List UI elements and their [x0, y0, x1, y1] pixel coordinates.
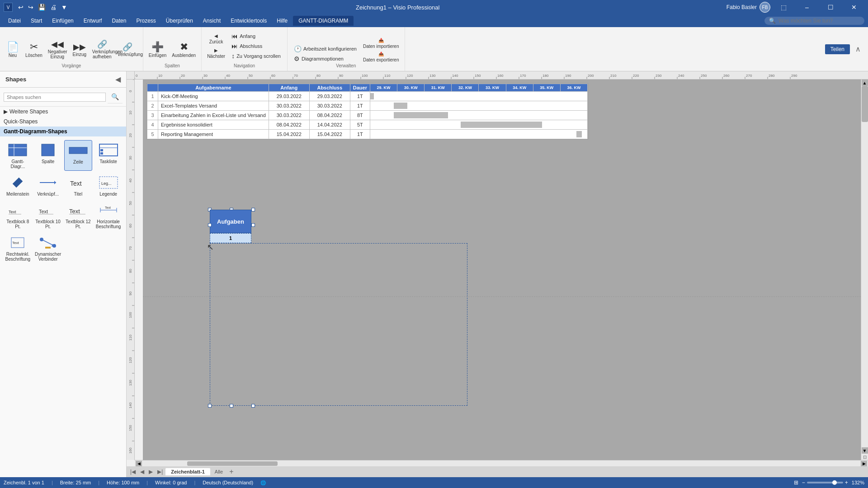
- fit-page-icon[interactable]: ⊞: [794, 479, 798, 486]
- shapes-search-input[interactable]: [4, 93, 106, 102]
- gantt-row-2: 2 Excel-Templates Versand 30.03.2022 30.…: [147, 101, 588, 111]
- shape-text8[interactable]: Text Textblock 8 Pt.: [4, 200, 32, 231]
- resize-corner[interactable]: ⊡: [862, 454, 868, 460]
- add-sheet-button[interactable]: +: [227, 468, 235, 476]
- share-ribbon-icon[interactable]: ⬚: [773, 0, 794, 14]
- scroll-up-button[interactable]: ▲: [862, 80, 868, 86]
- ribbon-daten-exportieren-button[interactable]: 📤 Daten exportieren: [361, 51, 401, 63]
- selection-handle-bc[interactable]: [230, 404, 233, 408]
- undo-button[interactable]: ↩: [16, 3, 25, 12]
- ribbon-ausblenden-label: Ausblenden: [172, 53, 196, 58]
- scroll-down-button[interactable]: ▼: [862, 447, 868, 454]
- ribbon-abschluss-button[interactable]: ⏭ Abschluss: [229, 42, 283, 51]
- shape-text10[interactable]: Text Textblock 10 Pt.: [34, 200, 62, 231]
- ribbon-ausblenden-button[interactable]: ✖ Ausblenden: [170, 36, 198, 63]
- menu-daten[interactable]: Daten: [107, 16, 131, 26]
- minimize-button[interactable]: –: [797, 0, 817, 14]
- customize-button[interactable]: ▼: [59, 3, 69, 12]
- gantt-cell-start-1: 29.03.2022: [269, 92, 309, 101]
- print-button[interactable]: 🖨: [48, 3, 58, 12]
- selection-handle-br[interactable]: [251, 404, 255, 408]
- gantt-th-week2: 30. KW: [397, 84, 425, 92]
- search-bar[interactable]: 🔍: [764, 17, 864, 25]
- selection-handle-bl[interactable]: [208, 404, 212, 408]
- share-button[interactable]: Teilen: [825, 44, 850, 54]
- shape-verknuepfung[interactable]: Verknüpf...: [34, 173, 62, 198]
- ribbon-arbeitszeit-button[interactable]: 🕐 Arbeitszeit konfigurieren: [291, 44, 359, 53]
- menu-start[interactable]: Start: [26, 16, 47, 26]
- close-ribbon-button[interactable]: ∧: [852, 43, 864, 55]
- menu-prozess[interactable]: Prozess: [132, 16, 160, 26]
- ribbon-zu-vorgang-button[interactable]: ↕ Zu Vorgang scrollen: [229, 52, 283, 61]
- drawing-canvas[interactable]: Aufgabenname Anfang Abschluss Dauer 29. …: [143, 80, 861, 460]
- tab-nav-last[interactable]: ▶|: [156, 468, 165, 476]
- search-input[interactable]: [778, 18, 860, 24]
- shape-gantt-diagramm[interactable]: Gantt-Diagr...: [4, 140, 32, 171]
- svg-text:30: 30: [203, 74, 208, 78]
- menu-hilfe[interactable]: Hilfe: [272, 16, 292, 26]
- sidebar-section-weitere[interactable]: ▶ Weitere Shapes: [0, 107, 126, 117]
- ribbon-diagrammoptionen-button[interactable]: ⚙ Diagrammoptionen: [291, 54, 359, 63]
- close-button[interactable]: ✕: [844, 0, 864, 14]
- scroll-right-button[interactable]: ▶: [861, 461, 867, 466]
- shape-text12[interactable]: Text Textblock 12 Pt.: [64, 200, 93, 231]
- redo-button[interactable]: ↪: [26, 3, 35, 12]
- sheet-tab-1[interactable]: Zeichenblatt-1: [165, 468, 210, 475]
- ribbon-neu-button[interactable]: 📄 Neu: [4, 36, 22, 63]
- shape-rbeschriftung[interactable]: Text Rechtwinkl. Beschriftung: [4, 233, 32, 263]
- svg-text:30: 30: [128, 156, 132, 160]
- tab-nav-prev[interactable]: ◀: [138, 468, 146, 476]
- shape-zeile[interactable]: Zeile: [64, 140, 93, 171]
- shape-meilenstein[interactable]: Meilenstein: [4, 173, 32, 198]
- selection-handle-tr[interactable]: [251, 208, 255, 211]
- ribbon-loeschen-button[interactable]: ✂ Löschen: [24, 36, 44, 63]
- scroll-thumb-h[interactable]: [187, 461, 278, 466]
- save-button[interactable]: 💾: [36, 3, 47, 12]
- shape-titel[interactable]: Text Titel: [64, 173, 93, 198]
- menu-entwicklertools[interactable]: Entwicklertools: [226, 16, 271, 26]
- ribbon-einfuegen-button[interactable]: ➕ Einfügen: [147, 36, 168, 63]
- shapes-panel-close[interactable]: ◀: [115, 75, 121, 84]
- menu-ueberpruefen[interactable]: Überprüfen: [161, 16, 198, 26]
- shape-dynverbinder[interactable]: Dynamischer Verbinder: [34, 233, 62, 263]
- menu-gantt-tab[interactable]: GANTT-DIAGRAMM: [293, 16, 354, 26]
- sidebar-section-gantt[interactable]: Gantt-Diagramm-Shapes: [0, 127, 126, 136]
- gantt-th-week7: 35. KW: [533, 84, 560, 92]
- menu-entwurf[interactable]: Entwurf: [79, 16, 107, 26]
- scroll-thumb-v[interactable]: [862, 86, 868, 122]
- ribbon-verknuepfungen-aufheben-button[interactable]: 🔗 Verknüpfungen aufheben: [90, 36, 114, 63]
- zoom-slider[interactable]: [807, 482, 843, 483]
- all-sheets-button[interactable]: Alle: [211, 468, 226, 475]
- shape-spalte[interactable]: Spalte: [34, 140, 62, 171]
- menu-einfuegen[interactable]: Einfügen: [47, 16, 78, 26]
- zoom-in-button[interactable]: +: [845, 479, 848, 486]
- shape-taskliste[interactable]: Taskliste: [94, 140, 123, 171]
- ribbon-anfang-button[interactable]: ⏮ Anfang: [229, 32, 283, 41]
- ribbon-daten-importieren-button[interactable]: 📥 Daten importieren: [361, 37, 401, 50]
- ribbon-verknuepfung-button[interactable]: 🔗 Verknüpfung: [116, 36, 139, 63]
- ribbon-naechster-button[interactable]: ▶ Nächster: [205, 47, 227, 60]
- ribbon-zurueck-button[interactable]: ◀ Zurück: [205, 33, 227, 45]
- ribbon-einzug-button[interactable]: ▶▶ Einzug: [71, 36, 89, 63]
- ribbon-loeschen-label: Löschen: [25, 53, 42, 58]
- ribbon-negativer-einzug-button[interactable]: ◀◀ Negativer Einzug: [46, 36, 69, 63]
- tab-nav-first[interactable]: |◀: [128, 468, 137, 476]
- shape-legende[interactable]: Leg... Legende: [94, 173, 123, 198]
- selection-handle-rm[interactable]: [251, 223, 255, 227]
- shape-hbeschriftung[interactable]: Text Horizontale Beschriftung: [94, 200, 123, 231]
- menu-datei[interactable]: Datei: [4, 16, 25, 26]
- naechster-label: Nächster: [207, 54, 225, 59]
- menu-ansicht[interactable]: Ansicht: [198, 16, 225, 26]
- tab-nav-next[interactable]: ▶: [147, 468, 155, 476]
- scroll-left-button[interactable]: ◀: [136, 461, 142, 466]
- scrollbar-vertical[interactable]: ▲ ▼ ⊡: [861, 80, 868, 460]
- maximize-button[interactable]: ☐: [820, 0, 841, 14]
- zoom-out-button[interactable]: −: [802, 479, 805, 486]
- titel-svg: Text: [68, 176, 88, 189]
- selection-handle-lm[interactable]: [208, 223, 212, 227]
- shapes-search-icon[interactable]: 🔍: [108, 90, 123, 103]
- sidebar-section-quick[interactable]: Quick-Shapes: [0, 117, 126, 127]
- aufgaben-box[interactable]: Aufgaben: [210, 210, 251, 233]
- svg-rect-31: [45, 247, 51, 249]
- share-area: Teilen ∧: [825, 27, 868, 71]
